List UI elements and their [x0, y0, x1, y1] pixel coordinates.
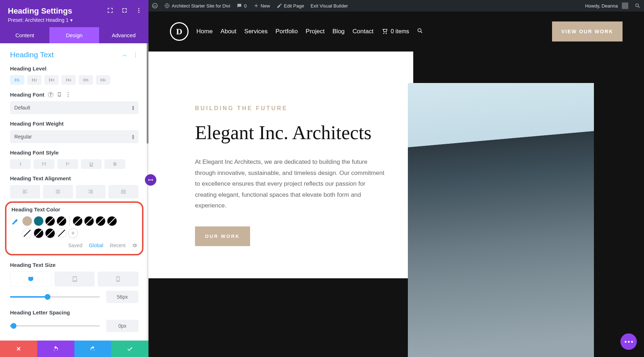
- section-title[interactable]: Heading Text: [10, 50, 54, 59]
- level-h2[interactable]: H2: [27, 75, 42, 85]
- eyebrow: BUILDING THE FUTURE: [195, 105, 388, 112]
- level-h3[interactable]: H3: [44, 75, 59, 85]
- label-font-weight: Heading Font Weight: [10, 121, 138, 127]
- align-left[interactable]: [10, 185, 40, 199]
- phone-icon[interactable]: [57, 92, 62, 97]
- weight-select[interactable]: Regular ▴▾: [10, 130, 138, 143]
- nav-blog[interactable]: Blog: [332, 28, 345, 35]
- page-heading[interactable]: Elegant Inc. Architects: [195, 122, 388, 144]
- select-arrows-icon: ▴▾: [132, 105, 134, 111]
- color-swatch[interactable]: [45, 228, 55, 238]
- select-arrows-icon: ▴▾: [132, 134, 134, 140]
- our-work-button[interactable]: OUR WORK: [195, 226, 250, 246]
- eyedropper-icon[interactable]: [11, 218, 19, 225]
- hero-text: BUILDING THE FUTURE Elegant Inc. Archite…: [148, 52, 413, 278]
- size-slider[interactable]: [10, 296, 100, 298]
- color-tab-saved[interactable]: Saved: [68, 243, 82, 248]
- wp-logo[interactable]: [152, 3, 158, 9]
- label-font-style: Heading Font Style: [10, 150, 138, 156]
- align-center[interactable]: [43, 185, 73, 199]
- level-h5[interactable]: H5: [79, 75, 93, 85]
- svg-point-1: [138, 10, 140, 11]
- style-uppercase[interactable]: TT: [34, 159, 54, 169]
- align-justify[interactable]: [108, 185, 138, 199]
- hero-image: [408, 83, 594, 357]
- chevron-up-icon[interactable]: ︿: [122, 51, 128, 59]
- tab-design[interactable]: Design: [49, 27, 99, 43]
- nav-services[interactable]: Services: [244, 28, 268, 35]
- color-swatch[interactable]: [96, 216, 106, 226]
- label-letter-spacing: Heading Letter Spacing: [10, 309, 138, 316]
- sidebar-footer: [0, 341, 148, 357]
- color-tab-global[interactable]: Global: [89, 243, 103, 248]
- color-swatch[interactable]: [107, 216, 117, 226]
- color-swatch[interactable]: [22, 228, 32, 238]
- search-icon[interactable]: [417, 28, 423, 35]
- kebab-icon[interactable]: ⋮: [133, 52, 138, 58]
- lspace-value[interactable]: 0px: [106, 320, 138, 332]
- color-swatch[interactable]: [45, 216, 55, 226]
- color-swatch[interactable]: [73, 216, 83, 226]
- kebab-icon[interactable]: [136, 7, 142, 15]
- howdy-user[interactable]: Howdy, Deanna: [585, 3, 628, 9]
- style-strike[interactable]: S: [104, 159, 125, 169]
- chevron-down-icon: ▾: [70, 17, 73, 23]
- color-swatch[interactable]: [34, 228, 44, 238]
- exit-vb-link[interactable]: Exit Visual Builder: [311, 3, 348, 9]
- comments-link[interactable]: 0: [236, 3, 247, 9]
- focus-icon[interactable]: [107, 7, 113, 15]
- label-text-align: Heading Text Alignment: [10, 175, 138, 181]
- color-swatch[interactable]: [84, 216, 94, 226]
- tab-advanced[interactable]: Advanced: [99, 27, 148, 43]
- settings-sidebar: Heading Settings Preset: Architect Headi…: [0, 0, 148, 357]
- font-select[interactable]: Default ▴▾: [10, 101, 138, 114]
- svg-point-6: [418, 29, 421, 32]
- nav-home[interactable]: Home: [196, 28, 213, 35]
- color-swatch[interactable]: [57, 216, 67, 226]
- nav-contact[interactable]: Contact: [352, 28, 374, 35]
- avatar: [622, 3, 628, 9]
- expand-icon[interactable]: [121, 7, 128, 15]
- save-button[interactable]: [111, 341, 148, 357]
- size-value[interactable]: 56px: [106, 291, 138, 303]
- style-smallcaps[interactable]: TT: [57, 159, 78, 169]
- lspace-slider[interactable]: [10, 325, 100, 327]
- label-text-color: Heading Text Color: [11, 206, 137, 212]
- search-icon[interactable]: [635, 3, 640, 9]
- level-h4[interactable]: H4: [62, 75, 76, 85]
- style-underline[interactable]: U: [81, 159, 102, 169]
- style-italic[interactable]: I: [10, 159, 31, 169]
- resize-handle[interactable]: [145, 174, 156, 186]
- preset-selector[interactable]: Preset: Architect Heading 1 ▾: [8, 17, 141, 23]
- color-swatch[interactable]: [57, 228, 67, 238]
- new-link[interactable]: New: [253, 3, 270, 9]
- color-swatch[interactable]: [22, 216, 32, 226]
- view-work-button[interactable]: VIEW OUR WORK: [552, 21, 623, 41]
- align-right[interactable]: [76, 185, 106, 199]
- logo[interactable]: D: [170, 22, 189, 41]
- cart-link[interactable]: 0 items: [381, 28, 409, 35]
- color-tab-recent[interactable]: Recent: [110, 243, 126, 248]
- edit-page-link[interactable]: Edit Page: [277, 3, 304, 9]
- level-h1[interactable]: H1: [10, 75, 24, 85]
- device-desktop[interactable]: [10, 272, 52, 287]
- redo-button[interactable]: [74, 341, 112, 357]
- sidebar-tabs: Content Design Advanced: [0, 27, 148, 43]
- device-tablet[interactable]: [54, 272, 95, 287]
- level-h6[interactable]: H6: [96, 75, 110, 85]
- tab-content[interactable]: Content: [0, 27, 49, 43]
- site-name[interactable]: Architect Starter Site for Divi: [164, 3, 230, 9]
- device-phone[interactable]: [98, 272, 138, 287]
- kebab-icon[interactable]: ⋮: [65, 91, 71, 98]
- undo-button[interactable]: [37, 341, 74, 357]
- builder-fab[interactable]: [620, 333, 637, 350]
- help-icon[interactable]: ?: [48, 92, 53, 97]
- nav-portfolio[interactable]: Portfolio: [275, 28, 298, 35]
- add-swatch-button[interactable]: +: [68, 228, 78, 238]
- cancel-button[interactable]: [0, 341, 37, 357]
- gear-icon[interactable]: [132, 243, 137, 248]
- color-swatch[interactable]: [34, 216, 44, 226]
- swatch-row-2: +: [22, 228, 117, 238]
- nav-project[interactable]: Project: [306, 28, 325, 35]
- nav-about[interactable]: About: [220, 28, 236, 35]
